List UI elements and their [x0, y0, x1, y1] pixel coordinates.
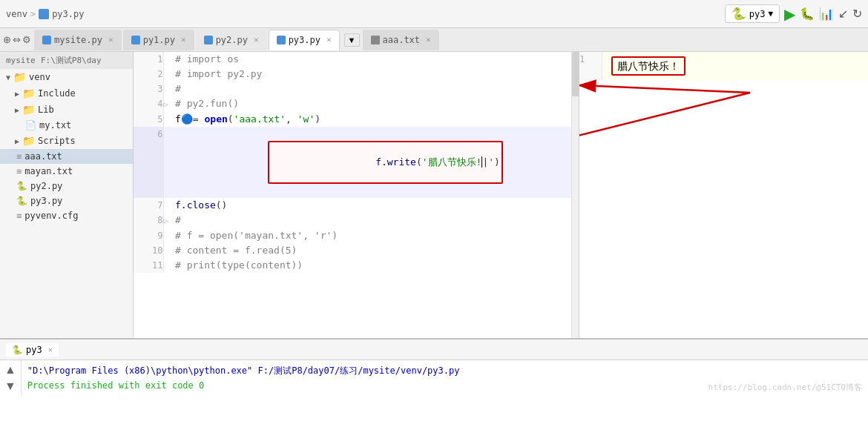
fold-gutter	[163, 198, 175, 213]
sidebar-item-aaatxt-label: aaa.txt	[24, 151, 62, 162]
tab-py1-label: py1.py	[143, 35, 175, 45]
code-editor[interactable]: 1 # import os 2 # import py2.py 3	[134, 52, 579, 338]
sidebar-item-lib[interactable]: ▶ 📁 Lib	[0, 102, 133, 118]
tab-py2[interactable]: py2.py ✕	[196, 30, 267, 50]
breadcrumb: venv > py3.py	[6, 9, 85, 19]
tab-py3-close[interactable]: ✕	[326, 35, 332, 44]
tab-mysite-close[interactable]: ✕	[108, 35, 114, 44]
top-toolbar: venv > py3.py 🐍 py3 ▼ ▶ 🐛 📊 ↙ ↻	[0, 0, 868, 28]
tab-py1-icon	[131, 36, 140, 44]
tab-py3-label: py3.py	[289, 35, 320, 45]
line-number: 7	[134, 198, 163, 213]
new-tab-button[interactable]: ⊕	[3, 34, 11, 45]
line-number: 9	[134, 228, 163, 243]
tab-aaa-icon	[371, 36, 380, 44]
chevron-right-icon: ▶	[15, 90, 19, 98]
run-config-dropdown-icon[interactable]: ▼	[768, 9, 773, 19]
tab-py2-icon	[204, 36, 213, 44]
file-txt-icon: ≡	[16, 151, 22, 162]
sidebar-item-mytxt-label: my.txt	[39, 120, 71, 130]
folder-icon: 📁	[22, 87, 35, 99]
tab-dropdown-button[interactable]: ▼	[344, 33, 360, 47]
tab-py1-close[interactable]: ✕	[181, 35, 186, 44]
coverage-button[interactable]: 📊	[819, 7, 834, 21]
table-row: 3 #	[134, 82, 579, 96]
tab-bar: ⊕ ⇔ ⚙ mysite.py ✕ py1.py ✕ py2.py ✕ py3.…	[0, 28, 868, 52]
table-row: 8 ▷ #	[134, 213, 579, 228]
table-row: 7 f.close()	[134, 198, 579, 213]
bottom-panel: 🐍 py3 ✕ ▲ ▼ "D:\Program Files (x86)\pyth…	[0, 338, 868, 427]
reload-button[interactable]: ↻	[852, 7, 862, 21]
folder-icon: 📁	[13, 71, 26, 83]
line-content: # content = f.read(5)	[175, 243, 579, 258]
sidebar-item-scripts[interactable]: ▶ 📁 Scripts	[0, 133, 133, 149]
tab-mysite-label: mysite.py	[54, 35, 102, 45]
debug-button[interactable]: 🐛	[800, 7, 815, 21]
table-row: 5 f🔵= open('aaa.txt', 'w')	[134, 112, 579, 127]
fold-gutter	[163, 52, 175, 67]
sidebar-item-include[interactable]: ▶ 📁 Include	[0, 85, 133, 102]
split-button[interactable]: ⇔	[13, 34, 21, 45]
vcs-button[interactable]: ↙	[838, 7, 848, 21]
scroll-down-button[interactable]: ▼	[4, 380, 16, 393]
line-content: # print(type(content))	[175, 258, 579, 273]
fold-gutter	[163, 67, 175, 82]
arrow-overlay	[579, 52, 868, 274]
line-number: 11	[134, 258, 163, 273]
settings-tab-button[interactable]: ⚙	[22, 34, 31, 45]
txt-highlight-box: 腊八节快乐！	[611, 56, 685, 76]
tab-mysite-icon	[42, 36, 51, 44]
tab-py3[interactable]: py3.py ✕	[269, 30, 340, 50]
sidebar-item-mytxt[interactable]: 📄 my.txt	[0, 118, 133, 133]
sidebar-project: mysite F:\测试P8\day	[0, 52, 133, 69]
table-row: 1 腊八节快乐！	[579, 52, 868, 80]
sidebar-item-pyvenv-label: pyvenv.cfg	[24, 211, 78, 221]
breadcrumb-filename: py3.py	[52, 9, 84, 19]
sidebar-item-venv-label: venv	[29, 72, 50, 82]
table-row: 4 ▷ # py2.fun()	[134, 96, 579, 112]
fold-gutter: ▷	[163, 213, 175, 228]
line-content: #	[175, 213, 579, 228]
breadcrumb-sep: >	[30, 9, 36, 19]
folder-icon: 📁	[22, 135, 35, 147]
fold-gutter	[163, 112, 175, 127]
sidebar-item-py2[interactable]: 🐍 py2.py	[0, 179, 133, 193]
line-content: # import py2.py	[175, 67, 579, 82]
table-row: 2 # import py2.py	[134, 67, 579, 82]
line-content: # py2.fun()	[175, 96, 579, 112]
sidebar-item-mayanatxt[interactable]: ≡ mayan.txt	[0, 164, 133, 179]
file-txt-icon: 📄	[25, 120, 36, 130]
sidebar-item-pyvenv[interactable]: ≡ pyvenv.cfg	[0, 208, 133, 223]
watermark: https://blog.cadn.net/@51CTO博客	[708, 382, 862, 393]
bottom-tab-label: py3	[26, 345, 42, 355]
tab-aaa[interactable]: aaa.txt ✕	[363, 30, 439, 50]
run-button[interactable]: ▶	[784, 5, 795, 23]
sidebar-item-venv[interactable]: ▼ 📁 venv	[0, 69, 133, 85]
tab-mysite[interactable]: mysite.py ✕	[34, 30, 122, 50]
breadcrumb-file: py3.py	[39, 9, 84, 19]
fold-gutter	[163, 82, 175, 96]
tab-aaa-close[interactable]: ✕	[426, 35, 431, 44]
file-py-icon: 🐍	[16, 196, 27, 206]
sidebar-item-aaatxt[interactable]: ≡ aaa.txt	[0, 149, 133, 164]
folder-icon: 📁	[22, 104, 35, 116]
line-content: f.close()	[175, 198, 579, 213]
code-table: 1 # import os 2 # import py2.py 3	[134, 52, 579, 273]
bottom-tab-close[interactable]: ✕	[48, 345, 53, 354]
bottom-text-area: "D:\Program Files (x86)\python\python.ex…	[22, 360, 868, 396]
sidebar-item-py3[interactable]: 🐍 py3.py	[0, 193, 133, 208]
line-number: 6	[134, 127, 163, 198]
chevron-down-icon: ▼	[6, 73, 10, 82]
tab-py2-close[interactable]: ✕	[254, 35, 259, 44]
scroll-up-button[interactable]: ▲	[4, 363, 16, 377]
line-number: 3	[134, 82, 163, 96]
editor-area: 1 # import os 2 # import py2.py 3	[134, 52, 868, 338]
line-number: 1	[134, 52, 163, 67]
sidebar-item-lib-label: Lib	[38, 105, 54, 115]
bottom-tab-py3[interactable]: 🐍 py3 ✕	[6, 343, 59, 357]
tab-py1[interactable]: py1.py ✕	[123, 30, 194, 50]
breadcrumb-venv[interactable]: venv	[6, 9, 27, 19]
run-config[interactable]: 🐍 py3 ▼	[725, 4, 780, 23]
sidebar-item-py3-label: py3.py	[30, 196, 62, 206]
line-content-highlighted: f.write('腊八节快乐!|')	[175, 127, 579, 198]
